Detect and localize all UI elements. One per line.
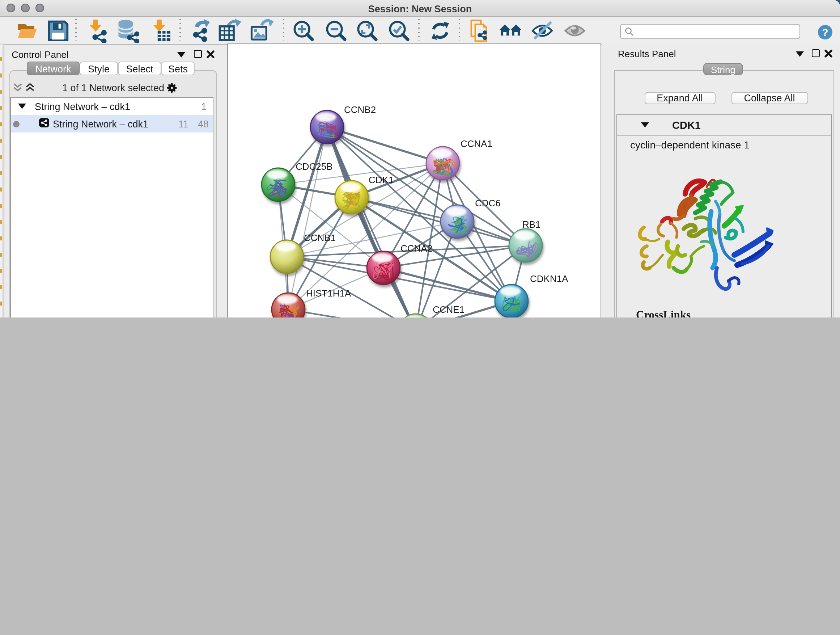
svg-text:CDC6: CDC6 — [475, 198, 501, 209]
svg-text:RB1: RB1 — [523, 219, 541, 230]
svg-text:CDKN1A: CDKN1A — [530, 273, 568, 284]
svg-text:CCNE1: CCNE1 — [433, 304, 464, 315]
svg-text:CDK1: CDK1 — [369, 174, 393, 185]
svg-text:CCNB2: CCNB2 — [344, 104, 376, 115]
svg-text:CCNA2: CCNA2 — [401, 243, 432, 254]
svg-text:?: ? — [822, 27, 828, 38]
svg-text:CDC25B: CDC25B — [295, 161, 333, 172]
svg-text:CCNB1: CCNB1 — [304, 233, 336, 243]
svg-text:CCNA1: CCNA1 — [461, 138, 493, 149]
svg-text:HIST1H1A: HIST1H1A — [306, 288, 351, 299]
